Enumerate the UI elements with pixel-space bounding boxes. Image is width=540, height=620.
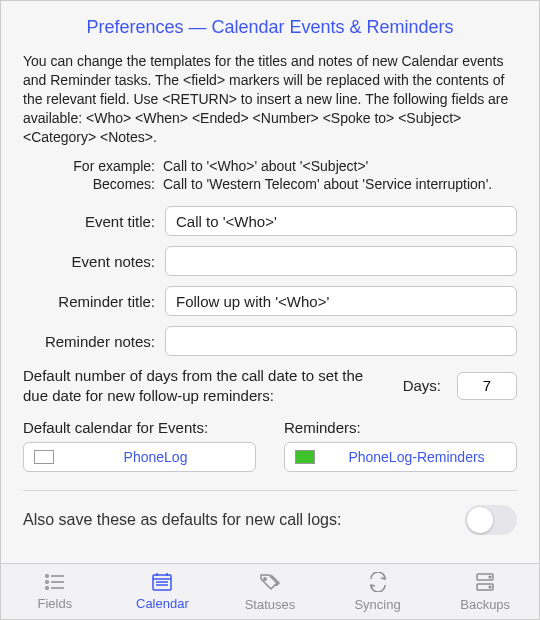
example-becomes-value: Call to 'Western Telecom' about 'Service… [163,176,517,192]
svg-point-15 [489,576,491,578]
tab-syncing[interactable]: Syncing [336,572,420,612]
reminder-notes-label: Reminder notes: [23,333,155,350]
tab-calendar-label: Calendar [136,596,189,611]
days-label: Days: [403,377,441,394]
backups-icon [475,572,495,595]
save-defaults-toggle[interactable] [465,505,517,535]
reminders-calendar-select[interactable]: PhoneLog-Reminders [284,442,517,472]
days-description: Default number of days from the call dat… [23,366,387,405]
divider [23,490,517,491]
events-calendar-select[interactable]: PhoneLog [23,442,256,472]
example-block: For example: Call to '<Who>' about '<Sub… [23,158,517,192]
example-for-label: For example: [23,158,155,174]
example-for-value: Call to '<Who>' about '<Subject>' [163,158,517,174]
event-title-input[interactable] [165,206,517,236]
default-events-calendar-label: Default calendar for Events: [23,419,256,436]
tab-statuses-label: Statuses [245,597,296,612]
tab-fields-label: Fields [37,596,72,611]
reminders-color-swatch [295,450,315,464]
tab-statuses[interactable]: Statuses [228,572,312,612]
tab-syncing-label: Syncing [354,597,400,612]
tag-icon [259,572,281,595]
events-calendar-name: PhoneLog [66,449,245,465]
tab-calendar[interactable]: Calendar [120,573,204,611]
save-defaults-label: Also save these as defaults for new call… [23,511,341,529]
tab-backups-label: Backups [460,597,510,612]
event-title-label: Event title: [23,213,155,230]
tab-backups[interactable]: Backups [443,572,527,612]
svg-point-12 [264,577,266,579]
reminder-title-label: Reminder title: [23,293,155,310]
reminder-notes-input[interactable] [165,326,517,356]
example-becomes-label: Becomes: [23,176,155,192]
tab-bar: Fields Calendar Statuses [1,563,539,619]
svg-point-2 [45,580,48,583]
page-title: Preferences — Calendar Events & Reminder… [23,17,517,38]
tab-fields[interactable]: Fields [13,573,97,611]
reminder-title-input[interactable] [165,286,517,316]
intro-text: You can change the templates for the tit… [23,52,517,146]
fields-icon [44,573,66,594]
svg-point-16 [489,586,491,588]
default-reminders-calendar-label: Reminders: [284,419,517,436]
svg-point-0 [45,574,48,577]
sync-icon [368,572,388,595]
days-input[interactable] [457,372,517,400]
events-color-swatch [34,450,54,464]
reminders-calendar-name: PhoneLog-Reminders [327,449,506,465]
svg-point-4 [45,586,48,589]
event-notes-input[interactable] [165,246,517,276]
toggle-knob [467,507,493,533]
event-notes-label: Event notes: [23,253,155,270]
calendar-icon [152,573,172,594]
